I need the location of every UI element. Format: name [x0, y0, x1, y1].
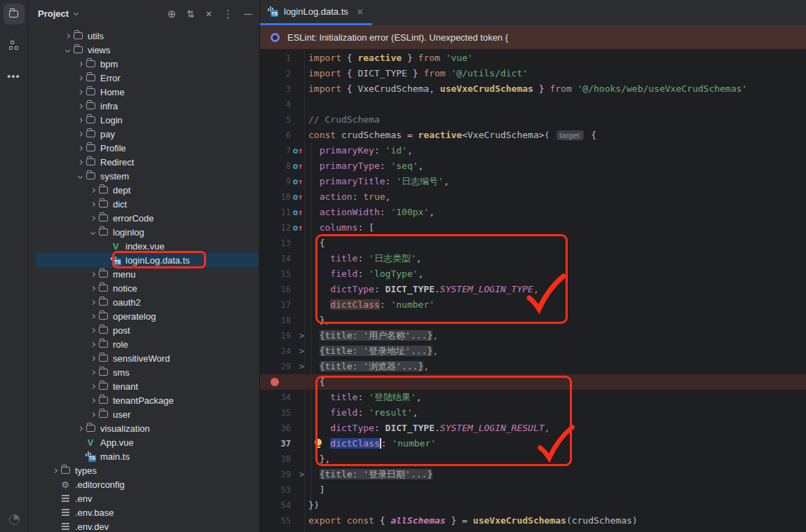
- line-number[interactable]: 8: [260, 158, 291, 174]
- chevron-right-icon[interactable]: [75, 62, 85, 66]
- tree-item-user[interactable]: user: [28, 407, 259, 421]
- chevron-right-icon[interactable]: [88, 273, 97, 276]
- chevron-right-icon[interactable]: [88, 189, 97, 192]
- line-number[interactable]: 19: [260, 328, 291, 343]
- line-number[interactable]: 55: [260, 513, 291, 528]
- line-number[interactable]: 15: [260, 266, 291, 282]
- line-number[interactable]: 38: [260, 451, 291, 467]
- expand-all-icon[interactable]: ⇅: [186, 9, 195, 19]
- code-line-53[interactable]: 53 ]: [260, 482, 806, 498]
- hide-panel-icon[interactable]: —: [244, 10, 252, 18]
- tree-item-app-vue[interactable]: VApp.vue: [28, 435, 259, 449]
- structure-tool-button[interactable]: [4, 35, 25, 56]
- tree-item-sensitiveword[interactable]: sensitiveWord: [28, 351, 259, 365]
- code-line-39[interactable]: 39> {title: '登录日期'...}: [260, 467, 806, 482]
- code-line-13[interactable]: 13 {: [260, 236, 806, 251]
- code-editor[interactable]: 1import { reactive } from 'vue'2import {…: [260, 49, 806, 532]
- code-line-9[interactable]: 9↑ primaryTitle: '日志编号',: [260, 174, 806, 189]
- tree-item-loginlog[interactable]: loginlog: [28, 225, 259, 239]
- override-gutter-icon[interactable]: ↑: [293, 189, 303, 205]
- tree-item-dict[interactable]: dict: [28, 197, 259, 211]
- tree-item-operatelog[interactable]: operatelog: [28, 309, 259, 323]
- override-gutter-icon[interactable]: ↑: [293, 220, 303, 236]
- line-number[interactable]: 36: [260, 421, 291, 436]
- tree-item-system[interactable]: system: [28, 169, 259, 183]
- tree-item-loginlog-data-ts[interactable]: TSloginLog.data.ts: [28, 253, 259, 267]
- code-line-10[interactable]: 10↑ action: true,: [260, 189, 806, 205]
- chevron-right-icon[interactable]: [75, 161, 85, 164]
- line-number[interactable]: 35: [260, 405, 291, 421]
- code-line-1[interactable]: 1import { reactive } from 'vue': [260, 50, 806, 66]
- chevron-right-icon[interactable]: [50, 469, 60, 472]
- chevron-right-icon[interactable]: [88, 315, 97, 318]
- code-line-35[interactable]: 35 field: 'result',: [260, 405, 806, 421]
- chevron-right-icon[interactable]: [88, 343, 97, 346]
- tree-item--editorconfig[interactable]: ⚙.editorconfig: [28, 477, 259, 491]
- tree-item--env-base[interactable]: .env.base: [28, 505, 259, 519]
- tree-item-tenantpackage[interactable]: tenantPackage: [28, 393, 259, 407]
- tree-item-oauth2[interactable]: oauth2: [28, 295, 259, 309]
- line-number[interactable]: 10: [260, 189, 291, 205]
- code-line-2[interactable]: 2import { DICT_TYPE } from '@/utils/dict…: [260, 66, 806, 81]
- chevron-right-icon[interactable]: [88, 357, 97, 360]
- tree-item-errorcode[interactable]: errorCode: [28, 211, 259, 225]
- code-line-55[interactable]: 55export const { allSchemas } = useVxeCr…: [260, 513, 806, 528]
- tree-item-profile[interactable]: Profile: [28, 141, 259, 155]
- fold-chevron-icon[interactable]: >: [299, 467, 304, 482]
- tree-item-index-vue[interactable]: Vindex.vue: [28, 239, 259, 253]
- line-number[interactable]: 53: [260, 482, 291, 498]
- chevron-right-icon[interactable]: [75, 90, 85, 94]
- chevron-right-icon[interactable]: [75, 132, 85, 136]
- tree-item-bpm[interactable]: bpm: [28, 57, 259, 71]
- code-line-18[interactable]: 18 },: [260, 313, 806, 328]
- intention-bulb-icon[interactable]: [315, 439, 322, 446]
- recent-pie-icon[interactable]: [9, 514, 20, 525]
- code-line-16[interactable]: 16 dictType: DICT_TYPE.SYSTEM_LOGIN_TYPE…: [260, 282, 806, 297]
- line-number[interactable]: 3: [260, 81, 291, 97]
- line-number[interactable]: 54: [260, 498, 291, 513]
- chevron-right-icon[interactable]: [75, 427, 85, 430]
- code-line-breakpoint[interactable]: {: [260, 374, 806, 390]
- code-line-24[interactable]: 24> {title: '登录地址'...},: [260, 343, 806, 359]
- tree-item-home[interactable]: Home: [28, 85, 259, 99]
- line-number[interactable]: 5: [260, 112, 291, 128]
- line-number[interactable]: 6: [260, 128, 291, 143]
- chevron-down-icon[interactable]: [75, 175, 85, 178]
- line-number[interactable]: 9: [260, 174, 291, 189]
- code-line-29[interactable]: 29> {title: '浏览器'...},: [260, 359, 806, 374]
- line-number[interactable]: 29: [260, 359, 291, 374]
- tree-item-infra[interactable]: infra: [28, 99, 259, 113]
- code-line-15[interactable]: 15 field: 'logType',: [260, 266, 806, 282]
- tree-item-utils[interactable]: utils: [28, 29, 259, 43]
- tree-item-types[interactable]: types: [28, 463, 259, 477]
- line-number[interactable]: 12: [260, 220, 291, 236]
- tree-item-login[interactable]: Login: [28, 113, 259, 127]
- code-line-14[interactable]: 14 title: '日志类型',: [260, 251, 806, 266]
- tab-loginlog-data-ts[interactable]: TS loginLog.data.ts ✕: [260, 0, 372, 25]
- close-tab-icon[interactable]: ✕: [357, 7, 364, 17]
- collapse-all-icon[interactable]: ✕: [205, 10, 212, 18]
- code-line-6[interactable]: 6const crudSchemas = reactive<VxeCrudSch…: [260, 128, 806, 143]
- chevron-right-icon[interactable]: [88, 385, 97, 388]
- more-tools-button[interactable]: •••: [4, 60, 25, 81]
- chevron-right-icon[interactable]: [75, 118, 85, 122]
- project-tool-button[interactable]: [4, 4, 25, 25]
- code-line-4[interactable]: 4: [260, 97, 806, 112]
- chevron-right-icon[interactable]: [88, 287, 97, 290]
- override-gutter-icon[interactable]: ↑: [293, 174, 303, 189]
- line-number[interactable]: 2: [260, 66, 291, 81]
- chevron-right-icon[interactable]: [88, 329, 97, 332]
- code-line-17[interactable]: 17 dictClass: 'number': [260, 297, 806, 313]
- tree-item--env-dev[interactable]: .env.dev: [28, 519, 259, 532]
- line-number[interactable]: 17: [260, 297, 291, 313]
- chevron-right-icon[interactable]: [75, 146, 85, 150]
- chevron-right-icon[interactable]: [88, 301, 97, 304]
- line-number[interactable]: 11: [260, 205, 291, 220]
- line-number[interactable]: 4: [260, 97, 291, 112]
- line-number[interactable]: 16: [260, 282, 291, 297]
- line-number[interactable]: 14: [260, 251, 291, 266]
- line-number[interactable]: 13: [260, 236, 291, 251]
- tree-item-redirect[interactable]: Redirect: [28, 155, 259, 169]
- chevron-down-icon[interactable]: [88, 231, 97, 234]
- locate-file-icon[interactable]: ⊕: [168, 8, 177, 19]
